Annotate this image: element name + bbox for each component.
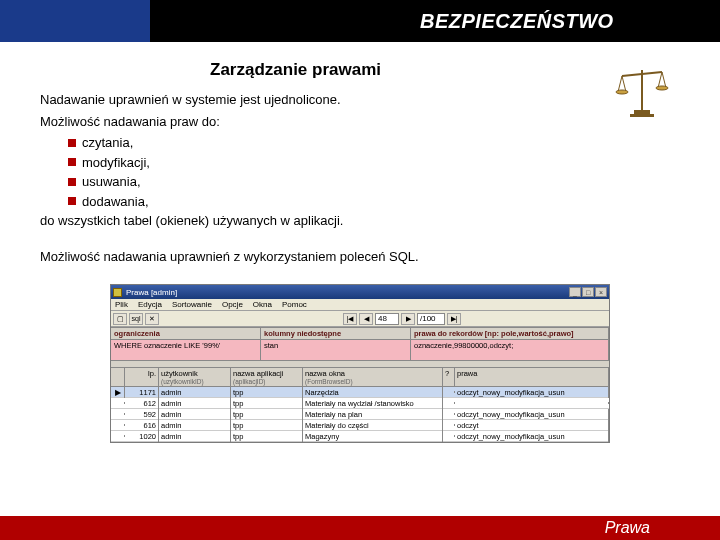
page-total-field: /100 bbox=[417, 313, 445, 325]
data-grid: lp. użytkownik(uzytkownikID) nazwa aplik… bbox=[111, 367, 609, 442]
maximize-button[interactable]: □ bbox=[582, 287, 594, 297]
footer-label: Prawa bbox=[605, 519, 650, 537]
footer-bar: Prawa bbox=[0, 516, 720, 540]
col-user: użytkownik(uzytkownikID) bbox=[159, 368, 231, 386]
bullet-item: modyfikacji, bbox=[82, 153, 150, 173]
header-bar: BEZPIECZEŃSTWO bbox=[0, 0, 720, 42]
app-window: Prawa [admin] _ □ × Plik Edycja Sortowan… bbox=[110, 284, 610, 443]
menu-item[interactable]: Plik bbox=[115, 300, 128, 309]
open-button[interactable]: ▢ bbox=[113, 313, 127, 325]
menu-item[interactable]: Opcje bbox=[222, 300, 243, 309]
header-title: BEZPIECZEŃSTWO bbox=[420, 10, 614, 33]
bullet-icon bbox=[68, 139, 76, 147]
col-flag: ? bbox=[443, 368, 455, 386]
bullet-item: usuwania, bbox=[82, 172, 141, 192]
bullet-icon bbox=[68, 197, 76, 205]
bullet-icon bbox=[68, 158, 76, 166]
svg-rect-5 bbox=[630, 114, 654, 117]
minimize-button[interactable]: _ bbox=[569, 287, 581, 297]
col-window: nazwa okna(FormBrowseID) bbox=[303, 368, 443, 386]
col-rights: prawa bbox=[455, 368, 609, 386]
col-app: nazwa aplikacji(aplikacjID) bbox=[231, 368, 303, 386]
scales-icon bbox=[612, 62, 672, 122]
table-row[interactable]: 1020admintppMagazynyodczyt_nowy_modyfika… bbox=[111, 431, 609, 442]
table-row[interactable]: 592admintppMateriały na planodczyt_nowy_… bbox=[111, 409, 609, 420]
clear-button[interactable]: ✕ bbox=[145, 313, 159, 325]
close-button[interactable]: × bbox=[595, 287, 607, 297]
filter-row: WHERE oznaczenie LIKE '99%' stan oznacze… bbox=[111, 340, 609, 361]
app-icon bbox=[113, 288, 122, 297]
content-block: Nadawanie uprawnień w systemie jest ujed… bbox=[40, 90, 680, 266]
col-lp: lp. bbox=[125, 368, 159, 386]
table-row[interactable]: 612admintppMateriały na wydział /stanowi… bbox=[111, 398, 609, 409]
section-header-restrictions: ograniczenia bbox=[111, 328, 261, 339]
svg-point-2 bbox=[616, 90, 628, 94]
svg-point-3 bbox=[656, 86, 668, 90]
section-headers: ograniczenia kolumny niedostępne prawa d… bbox=[111, 327, 609, 340]
bullet-icon bbox=[68, 178, 76, 186]
window-title: Prawa [admin] bbox=[126, 288, 177, 297]
intro-line-4: Możliwość nadawania uprawnień z wykorzys… bbox=[40, 247, 680, 267]
svg-rect-4 bbox=[634, 110, 650, 114]
bullet-item: czytania, bbox=[82, 133, 133, 153]
menu-item[interactable]: Okna bbox=[253, 300, 272, 309]
sql-button[interactable]: sql bbox=[129, 313, 143, 325]
menu-item[interactable]: Edycja bbox=[138, 300, 162, 309]
nav-first-button[interactable]: |◀ bbox=[343, 313, 357, 325]
nav-prev-button[interactable]: ◀ bbox=[359, 313, 373, 325]
menu-item[interactable]: Sortowanie bbox=[172, 300, 212, 309]
window-titlebar: Prawa [admin] _ □ × bbox=[111, 285, 609, 299]
filter-restrictions[interactable]: WHERE oznaczenie LIKE '99%' bbox=[111, 340, 261, 360]
table-row[interactable]: ▶1171admintppNarzędziaodczyt_nowy_modyfi… bbox=[111, 387, 609, 398]
menu-item[interactable]: Pomoc bbox=[282, 300, 307, 309]
filter-rights[interactable]: oznaczenie,99800000,odczyt; bbox=[411, 340, 609, 360]
menubar: Plik Edycja Sortowanie Opcje Okna Pomoc bbox=[111, 299, 609, 311]
intro-line-3: do wszystkich tabel (okienek) używanych … bbox=[40, 211, 680, 231]
header-accent bbox=[0, 0, 150, 42]
section-header-columns: kolumny niedostępne bbox=[261, 328, 411, 339]
table-row[interactable]: 616admintppMateriały do częściodczyt bbox=[111, 420, 609, 431]
nav-last-button[interactable]: ▶| bbox=[447, 313, 461, 325]
toolbar: ▢ sql ✕ |◀ ◀ 48 ▶ /100 ▶| bbox=[111, 311, 609, 327]
grid-header: lp. użytkownik(uzytkownikID) nazwa aplik… bbox=[111, 367, 609, 387]
page-current-field[interactable]: 48 bbox=[375, 313, 399, 325]
bullet-item: dodawania, bbox=[82, 192, 149, 212]
filter-columns[interactable]: stan bbox=[261, 340, 411, 360]
intro-line-1: Nadawanie uprawnień w systemie jest ujed… bbox=[40, 90, 680, 110]
intro-line-2: Możliwość nadawania praw do: bbox=[40, 112, 680, 132]
bullet-list: czytania, modyfikacji, usuwania, dodawan… bbox=[68, 133, 680, 211]
section-header-rights: prawa do rekordów [np: pole,wartość,praw… bbox=[411, 328, 609, 339]
nav-next-button[interactable]: ▶ bbox=[401, 313, 415, 325]
